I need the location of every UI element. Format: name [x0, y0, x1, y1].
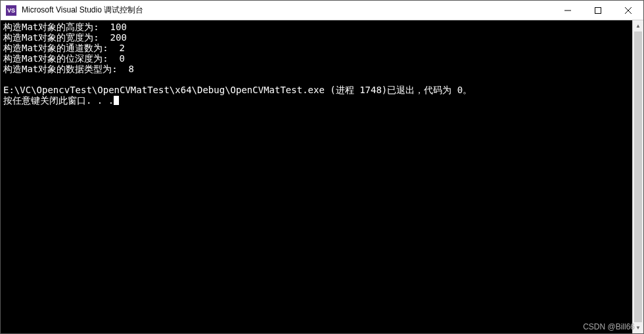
- scroll-track[interactable]: [633, 31, 643, 322]
- maximize-button[interactable]: [583, 1, 613, 20]
- output-value: 100: [110, 22, 127, 32]
- close-button[interactable]: [613, 1, 643, 20]
- svg-rect-1: [595, 7, 601, 13]
- output-line: 构造Mat对象的位深度为:: [3, 53, 120, 64]
- console-output[interactable]: 构造Mat对象的高度为: 100 构造Mat对象的宽度为: 200 构造Mat对…: [1, 20, 632, 333]
- minimize-icon: [564, 7, 571, 14]
- vertical-scrollbar[interactable]: ▲ ▼: [632, 20, 643, 333]
- console-window: VS Microsoft Visual Studio 调试控制台 构造Mat对象…: [0, 0, 644, 334]
- maximize-icon: [595, 7, 601, 14]
- output-line: 构造Mat对象的宽度为:: [3, 32, 110, 43]
- output-value: 2: [120, 43, 125, 53]
- output-line: 按任意键关闭此窗口. . .: [3, 95, 114, 106]
- minimize-button[interactable]: [553, 1, 583, 20]
- titlebar: VS Microsoft Visual Studio 调试控制台: [1, 1, 643, 20]
- app-icon: VS: [6, 5, 16, 16]
- window-title: Microsoft Visual Studio 调试控制台: [22, 5, 553, 16]
- output-line: 构造Mat对象的通道数为:: [3, 43, 120, 53]
- close-icon: [625, 7, 632, 14]
- output-value: 8: [129, 64, 134, 74]
- output-line: 构造Mat对象的数据类型为:: [3, 64, 129, 74]
- output-line: E:\VC\OpencvTest\OpenCVMatTest\x64\Debug…: [3, 85, 472, 95]
- watermark: CSDN @Bill66: [583, 322, 635, 331]
- cursor-icon: [114, 96, 119, 105]
- window-controls: [553, 1, 643, 20]
- console-area: 构造Mat对象的高度为: 100 构造Mat对象的宽度为: 200 构造Mat对…: [1, 20, 643, 333]
- scroll-up-button[interactable]: ▲: [633, 20, 643, 31]
- output-value: 0: [120, 53, 125, 64]
- output-line: 构造Mat对象的高度为:: [3, 22, 110, 32]
- output-value: 200: [110, 32, 127, 43]
- scroll-thumb[interactable]: [634, 31, 642, 322]
